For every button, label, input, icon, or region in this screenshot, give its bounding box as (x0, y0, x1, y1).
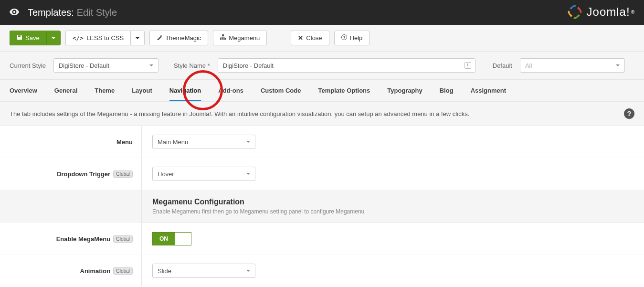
dropdown-trigger-select[interactable]: Hover (152, 167, 255, 181)
animation-label: Animation (80, 267, 111, 275)
caret-down-icon (149, 64, 153, 66)
tab-navigation[interactable]: Navigation (169, 80, 201, 101)
save-icon (17, 34, 22, 42)
less-dropdown-toggle[interactable] (130, 31, 145, 45)
header-bar: Templates: Edit Style Joomla! ® (0, 0, 644, 25)
dropdown-trigger-value: Hover (158, 170, 174, 178)
enable-megamenu-label: Enable MegaMenu (56, 235, 110, 243)
page-title: Templates: (28, 7, 74, 18)
style-name-label: Style Name * (174, 62, 210, 69)
registered-mark: ® (631, 10, 634, 15)
global-badge: Global (113, 235, 133, 243)
form-row-dropdown-trigger: Dropdown Trigger Global Hover (0, 158, 644, 190)
global-badge: Global (113, 170, 133, 178)
joomla-brand-text: Joomla! (587, 5, 630, 19)
help-label: Help (350, 34, 363, 42)
eye-icon (10, 9, 19, 17)
sitemap-icon (220, 34, 226, 42)
menu-value: Main Menu (158, 138, 188, 146)
current-style-value: DigiStore - Default (59, 62, 109, 69)
svg-point-0 (13, 11, 15, 12)
context-help-button[interactable]: ? (624, 108, 634, 119)
svg-rect-2 (220, 38, 222, 40)
caret-down-icon (136, 37, 139, 39)
style-name-value: DigiStore - Default (223, 62, 274, 69)
svg-rect-4 (224, 38, 226, 40)
close-button[interactable]: ✕ Close (291, 31, 329, 45)
tab-layout[interactable]: Layout (132, 80, 152, 101)
close-label: Close (306, 34, 322, 42)
help-icon: ? (341, 34, 347, 42)
section-subtitle: Enable Megamenu first then go to Megamen… (152, 208, 633, 215)
code-icon: </> (73, 34, 84, 42)
svg-rect-3 (222, 38, 224, 40)
style-name-input[interactable]: DigiStore - Default ! (218, 58, 475, 73)
input-warning-icon: ! (465, 62, 471, 69)
toggle-off-handle (175, 233, 191, 245)
close-icon: ✕ (298, 34, 303, 42)
global-badge: Global (113, 267, 133, 275)
svg-text:?: ? (343, 35, 345, 40)
caret-down-icon (246, 141, 250, 143)
section-title: Megamenu Configuration (152, 198, 633, 206)
animation-select[interactable]: Slide (152, 264, 255, 278)
page-subtitle: Edit Style (77, 7, 117, 18)
enable-megamenu-toggle[interactable]: ON (152, 232, 191, 245)
tab-blog[interactable]: Blog (440, 80, 454, 101)
svg-rect-1 (222, 34, 224, 36)
default-label: Default (493, 62, 512, 69)
magic-icon (157, 34, 162, 42)
current-style-label: Current Style (10, 62, 46, 69)
tab-description-row: The tab includes settings of the Megamen… (0, 102, 644, 126)
navigation-settings-form: Menu Main Menu Dropdown Trigger Global H… (0, 126, 644, 287)
current-style-select[interactable]: DigiStore - Default (53, 58, 158, 73)
form-row-animation: Animation Global Slide (0, 255, 644, 287)
tab-theme[interactable]: Theme (95, 80, 115, 101)
tabs-nav: Overview General Theme Layout Navigation… (0, 80, 644, 102)
menu-select[interactable]: Main Menu (152, 135, 255, 149)
save-dropdown-toggle[interactable] (46, 31, 61, 45)
tab-description: The tab includes settings of the Megamen… (10, 110, 469, 117)
less-to-css-button[interactable]: </> LESS to CSS (65, 31, 131, 45)
tab-general[interactable]: General (54, 80, 77, 101)
form-section-header-row: Megamenu Configuration Enable Megamenu f… (0, 190, 644, 223)
caret-down-icon (246, 173, 250, 175)
form-row-menu: Menu Main Menu (0, 126, 644, 158)
tab-overview[interactable]: Overview (10, 80, 37, 101)
tab-custom-code[interactable]: Custom Code (261, 80, 301, 101)
joomla-logo: Joomla! ® (567, 4, 634, 20)
less-button-group: </> LESS to CSS (65, 31, 145, 45)
tab-typography[interactable]: Typography (387, 80, 422, 101)
toolbar: Save </> LESS to CSS ThemeMagic Megamenu… (0, 25, 644, 52)
save-button-label: Save (25, 34, 40, 42)
megamenu-label: Megamenu (229, 34, 260, 42)
save-button-group: Save (10, 31, 61, 45)
form-row-enable-megamenu: Enable MegaMenu Global ON (0, 223, 644, 255)
style-selector-row: Current Style DigiStore - Default Style … (0, 52, 644, 80)
caret-down-icon (246, 270, 250, 272)
default-value: All (525, 62, 532, 69)
menu-label: Menu (116, 138, 133, 146)
help-button[interactable]: ? Help (334, 31, 370, 45)
thememagic-label: ThemeMagic (165, 34, 201, 42)
caret-down-icon (616, 64, 620, 66)
tab-assignment[interactable]: Assignment (471, 80, 506, 101)
joomla-icon (567, 4, 583, 20)
default-select[interactable]: All (520, 58, 625, 73)
megamenu-section-header: Megamenu Configuration Enable Megamenu f… (142, 190, 644, 223)
caret-down-icon (52, 37, 55, 39)
toggle-on-label: ON (153, 233, 175, 245)
less-button-label: LESS to CSS (86, 34, 124, 42)
tab-template-options[interactable]: Template Options (318, 80, 370, 101)
animation-value: Slide (158, 267, 171, 275)
tab-addons[interactable]: Add-ons (218, 80, 243, 101)
dropdown-trigger-label: Dropdown Trigger (57, 170, 110, 178)
thememagic-button[interactable]: ThemeMagic (149, 31, 208, 45)
save-button[interactable]: Save (10, 31, 46, 45)
megamenu-button[interactable]: Megamenu (213, 31, 267, 45)
